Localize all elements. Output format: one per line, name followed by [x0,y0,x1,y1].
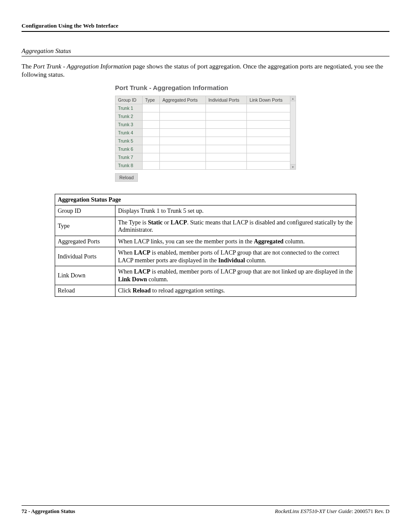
description-caption: Aggregation Status Page [55,194,356,205]
intro-paragraph: The Port Trunk - Aggregation Information… [22,62,389,79]
table-row: Trunk 1 [115,104,290,112]
footer-right: RocketLinx ES7510-XT User Guide: 2000571… [275,508,389,515]
cell [142,145,159,153]
group-cell: Trunk 1 [115,104,143,112]
table-row: Trunk 7 [115,153,290,161]
desc-text: When LACP is enabled, member ports of LA… [115,266,356,285]
footer-product: RocketLinx ES7510-XT User Guide [275,508,352,514]
table-row: Trunk 5 [115,137,290,145]
cell [206,104,247,112]
desc-text: The Type is Static or LACP. Static means… [115,217,356,236]
table-row: Trunk 8 [115,161,290,169]
cell [247,112,290,120]
group-cell: Trunk 5 [115,137,143,145]
intro-pre: The [22,63,33,70]
table-row: Trunk 6 [115,145,290,153]
figure-title: Port Trunk - Aggregation Information [115,84,296,91]
group-cell: Trunk 4 [115,128,143,137]
desc-row: Individual Ports When LACP is enabled, m… [55,247,356,266]
cell [206,112,247,120]
cell [247,137,290,145]
desc-label: Individual Ports [55,247,115,266]
cell [142,112,159,120]
footer-left: 72 - Aggregation Status [22,508,75,515]
table-row: Trunk 4 [115,128,290,137]
scroll-down-icon[interactable]: ▾ [290,164,296,169]
cell [206,145,247,153]
cell [142,104,159,112]
col-aggregated: Aggregated Ports [159,96,206,104]
aggregation-info-table: Group ID Type Aggregated Ports Individua… [115,96,290,170]
desc-row: Type The Type is Static or LACP. Static … [55,217,356,236]
desc-text: Displays Trunk 1 to Trunk 5 set up. [115,205,356,217]
desc-label: Group ID [55,205,115,217]
cell [142,153,159,161]
cell [206,161,247,169]
desc-text: When LACP links, you can see the member … [115,236,356,247]
desc-row: Link Down When LACP is enabled, member p… [55,266,356,285]
scroll-up-icon[interactable]: ▴ [290,96,296,101]
table-row: Trunk 3 [115,120,290,128]
figure-table-wrap: Group ID Type Aggregated Ports Individua… [115,96,296,170]
table-row: Trunk 2 [115,112,290,120]
desc-label: Aggregated Ports [55,236,115,247]
intro-em: Port Trunk - Aggregation Information [33,63,131,70]
cell [142,161,159,169]
group-cell: Trunk 8 [115,161,143,169]
cell [206,137,247,145]
group-cell: Trunk 2 [115,112,143,120]
scroll-track[interactable] [290,101,296,164]
group-cell: Trunk 7 [115,153,143,161]
cell [247,145,290,153]
footer: 72 - Aggregation Status RocketLinx ES751… [22,505,389,515]
aggregation-info-body: Trunk 1 Trunk 2 Trunk 3 Trunk 4 Trunk 5 … [115,104,290,169]
cell [159,145,206,153]
cell [206,120,247,128]
cell [142,128,159,137]
cell [206,153,247,161]
footer-rev: : 2000571 Rev. D [352,508,389,514]
desc-text: When LACP is enabled, member ports of LA… [115,247,356,266]
desc-row: Aggregated Ports When LACP links, you ca… [55,236,356,247]
cell [247,161,290,169]
footer-page: 72 [22,508,27,514]
group-cell: Trunk 3 [115,120,143,128]
cell [159,161,206,169]
desc-text: Click Reload to reload aggregation setti… [115,285,356,297]
cell [142,137,159,145]
description-caption-row: Aggregation Status Page [55,194,356,205]
col-type: Type [142,96,159,104]
desc-label: Type [55,217,115,236]
scrollbar[interactable]: ▴ ▾ [290,96,296,170]
cell [159,120,206,128]
section-title: Aggregation Status [22,47,389,56]
cell [142,120,159,128]
header-title: Configuration Using the Web Interface [22,22,389,32]
col-individual: Individual Ports [206,96,247,104]
col-group-id: Group ID [115,96,143,104]
reload-button[interactable]: Reload [115,173,138,182]
cell [159,153,206,161]
figure-area: Port Trunk - Aggregation Information Gro… [115,84,296,182]
cell [247,104,290,112]
desc-label: Reload [55,285,115,297]
cell [247,120,290,128]
group-cell: Trunk 6 [115,145,143,153]
cell [206,128,247,137]
desc-label: Link Down [55,266,115,285]
cell [247,153,290,161]
footer-page-label: - Aggregation Status [27,508,75,514]
description-table: Aggregation Status Page Group ID Display… [55,194,356,297]
cell [247,128,290,137]
table-header-row: Group ID Type Aggregated Ports Individua… [115,96,290,104]
cell [159,104,206,112]
cell [159,137,206,145]
cell [159,112,206,120]
desc-row: Reload Click Reload to reload aggregatio… [55,285,356,297]
cell [159,128,206,137]
col-linkdown: Link Down Ports [247,96,290,104]
desc-row: Group ID Displays Trunk 1 to Trunk 5 set… [55,205,356,217]
